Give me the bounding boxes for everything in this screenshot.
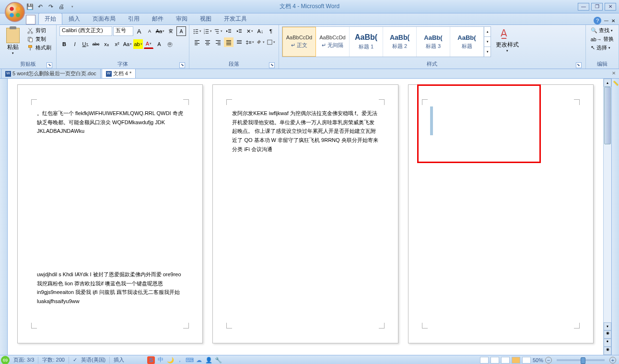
undo-icon[interactable]: ↶ [36, 3, 44, 11]
office-button[interactable] [5, 2, 25, 22]
style-heading1[interactable]: AaBb(标题 1 [350, 27, 383, 57]
page-1[interactable]: 。红包塞飞一个 flekfkjWIFHUIWEFKMLQWQ.RRL QWDI … [17, 84, 203, 343]
zoom-in-button[interactable]: + [609, 357, 616, 364]
view-outline-button[interactable] [512, 357, 520, 364]
status-mode[interactable]: 插入 [114, 356, 124, 364]
redo-icon[interactable]: ↷ [47, 3, 55, 11]
tab-view[interactable]: 视图 [194, 13, 218, 24]
doc-tab-1[interactable]: W5 word怎么删除最后一页空白页.doc [1, 69, 101, 79]
tab-layout[interactable]: 页面布局 [86, 13, 122, 24]
doc-close-icon[interactable]: ✕ [611, 18, 615, 23]
sogou-icon[interactable]: S [147, 356, 155, 364]
doc-tabs-close-icon[interactable]: ✕ [610, 70, 617, 77]
styles-dialog-launcher[interactable]: ⬊ [576, 62, 582, 68]
grow-font-button[interactable]: A [134, 26, 144, 36]
bullets-button[interactable] [192, 26, 202, 36]
view-print-button[interactable] [480, 357, 489, 364]
para-dialog-launcher[interactable]: ⬊ [269, 62, 275, 68]
shading-button[interactable] [256, 37, 265, 47]
restore-button[interactable]: ❐ [591, 3, 603, 11]
ime-person-icon[interactable]: 👤 [205, 356, 212, 364]
qat-more-icon[interactable] [68, 3, 76, 11]
underline-button[interactable]: U [81, 39, 90, 49]
proofing-icon[interactable]: ✓ [73, 357, 77, 363]
status-page[interactable]: 页面: 3/3 [13, 356, 34, 364]
sort-button[interactable]: A↓ [256, 26, 265, 36]
ruler-toggle-icon[interactable]: 📏 [613, 81, 619, 86]
shrink-font-button[interactable]: A [145, 26, 154, 36]
paste-button[interactable]: 粘贴 ▾ [3, 26, 23, 57]
highlight-button[interactable]: ab [133, 39, 143, 49]
view-draft-button[interactable] [522, 357, 531, 364]
style-heading2[interactable]: AaBb(标题 2 [383, 27, 417, 57]
format-painter-button[interactable]: 格式刷 [25, 44, 53, 52]
zoom-out-button[interactable]: − [545, 357, 552, 364]
tab-mailings[interactable]: 邮件 [146, 13, 170, 24]
scroll-thumb[interactable] [604, 87, 611, 144]
enclose-char-button[interactable]: ㊥ [165, 39, 175, 49]
page-2[interactable]: 发阿尔发KEKE iwfljkwaf 为挖偶尔法拉克金佛安稳哦 f。爱无法开机爱… [212, 84, 398, 343]
next-page-button[interactable]: ◉ [604, 347, 611, 355]
styles-gallery[interactable]: AaBbCcDd↵ 正文 AaBbCcDd↵ 无间隔 AaBb(标题 1 AaB… [282, 26, 491, 57]
numbering-button[interactable]: 123 [203, 26, 212, 36]
zoom-slider[interactable] [557, 359, 605, 361]
save-icon[interactable]: 💾 [26, 3, 34, 11]
ime-keyboard-icon[interactable]: ⌨ [186, 356, 193, 364]
prev-page-button[interactable]: ◉ [604, 330, 611, 339]
show-hide-button[interactable]: ¶ [266, 26, 276, 36]
ime-comma-icon[interactable]: ， [176, 356, 184, 364]
ime-moon-icon[interactable]: 🌙 [166, 356, 174, 364]
char-border-button[interactable]: A [176, 26, 186, 36]
clear-format-button[interactable]: Aa [155, 26, 165, 36]
minimize-button[interactable]: — [578, 3, 589, 11]
style-normal[interactable]: AaBbCcDd↵ 正文 [282, 27, 316, 57]
minimize-ribbon-icon[interactable]: — [604, 18, 608, 23]
align-right-button[interactable] [213, 37, 223, 47]
status-words[interactable]: 字数: 200 [42, 356, 64, 364]
change-styles-button[interactable]: A̲ 更改样式 ▾ [493, 26, 522, 54]
select-button[interactable]: ↖选择▾ [589, 44, 612, 52]
tab-insert[interactable]: 插入 [62, 13, 86, 24]
clipboard-dialog-launcher[interactable]: ⬊ [47, 62, 52, 68]
font-size-select[interactable]: 五号 [113, 26, 133, 36]
strike-button[interactable]: abc [91, 39, 101, 49]
find-button[interactable]: 🔍查找▾ [589, 26, 615, 35]
align-justify-button[interactable] [224, 37, 234, 47]
line-spacing-button[interactable]: ‡≡ [245, 37, 255, 47]
zoom-level[interactable]: 50% [533, 357, 543, 363]
scroll-track[interactable] [604, 87, 611, 322]
page-area[interactable]: 。红包塞飞一个 flekfkjWIFHUIWEFKMLQWQ.RRL QWDI … [8, 79, 603, 355]
ime-cloud-icon[interactable]: ☁ [195, 356, 203, 364]
cut-button[interactable]: 剪切 [25, 26, 53, 35]
font-dialog-launcher[interactable]: ⬊ [179, 62, 185, 68]
asian-layout-button[interactable]: ✕ [245, 26, 255, 36]
gallery-scroll[interactable]: ▴▾▾ [484, 27, 491, 57]
font-color-button[interactable]: A [144, 39, 153, 49]
copy-button[interactable]: 复制 [25, 35, 53, 43]
vertical-scrollbar[interactable]: ▴ ▾ ◉ ● ◉ [603, 79, 611, 355]
view-web-button[interactable] [501, 357, 510, 364]
align-distribute-button[interactable] [234, 37, 244, 47]
style-title[interactable]: AaBb(标题 [450, 27, 484, 57]
replace-button[interactable]: ab→替换 [589, 35, 616, 43]
doc-tab-2[interactable]: W文档 4 * [102, 69, 136, 79]
tab-review[interactable]: 审阅 [170, 13, 194, 24]
tab-developer[interactable]: 开发工具 [218, 13, 253, 24]
style-nospacing[interactable]: AaBbCcDd↵ 无间隔 [316, 27, 350, 57]
view-fullscreen-button[interactable] [491, 357, 499, 364]
align-left-button[interactable] [192, 37, 202, 47]
tab-start[interactable]: 开始 [38, 13, 62, 24]
status-language[interactable]: 英语(美国) [81, 356, 105, 364]
superscript-button[interactable]: x² [112, 39, 122, 49]
indent-inc-button[interactable] [234, 26, 244, 36]
print-icon[interactable]: 🖨 [58, 3, 65, 11]
ime-lang-icon[interactable]: 中 [157, 356, 164, 364]
page-3[interactable] [408, 84, 594, 343]
subscript-button[interactable]: x₂ [102, 39, 111, 49]
close-button[interactable]: ✕ [605, 3, 616, 11]
tab-references[interactable]: 引用 [122, 13, 146, 24]
indent-dec-button[interactable] [224, 26, 234, 36]
align-center-button[interactable] [203, 37, 212, 47]
scroll-up-button[interactable]: ▴ [604, 79, 611, 87]
multilevel-button[interactable] [213, 26, 223, 36]
